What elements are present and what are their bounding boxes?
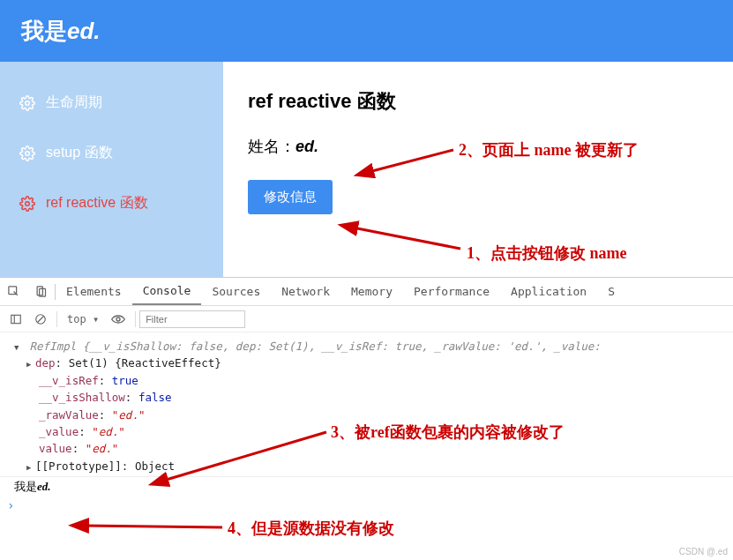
name-label: 姓名： — [248, 138, 295, 155]
device-icon[interactable] — [27, 285, 55, 298]
gear-icon — [19, 196, 35, 212]
live-expr-icon[interactable] — [105, 314, 131, 325]
gear-icon — [19, 95, 35, 111]
annotation-4: 4、但是源数据没有修改 — [228, 518, 394, 539]
tab-overflow[interactable]: S — [597, 278, 625, 305]
annotation-2: 2、页面上 name 被更新了 — [459, 139, 639, 161]
tab-performance[interactable]: Performance — [403, 278, 500, 305]
svg-line-13 — [38, 316, 44, 322]
annotation-3: 3、被ref函数包裹的内容被修改了 — [331, 422, 565, 443]
annotation-1: 1、点击按钮修改 name — [467, 243, 627, 264]
svg-point-1 — [26, 151, 30, 155]
clear-console-icon[interactable] — [28, 313, 53, 325]
svg-rect-10 — [11, 315, 21, 323]
console-toolbar: top ▾ — [0, 306, 733, 332]
header-title: 我是ed. — [21, 16, 101, 47]
tab-console[interactable]: Console — [132, 278, 202, 305]
header-suffix: ed. — [67, 18, 101, 44]
console-output: RefImpl {__v_isShallow: false, dep: Set(… — [0, 332, 733, 476]
devtools-tabbar: Elements Console Sources Network Memory … — [0, 278, 733, 306]
console-log-line: 我是ed. — [0, 476, 733, 497]
tab-memory[interactable]: Memory — [340, 278, 403, 305]
gear-icon — [19, 146, 35, 161]
sidebar-item-setup[interactable]: setup 函数 — [0, 128, 223, 178]
header-prefix: 我是 — [21, 18, 67, 44]
sidebar-item-label: 生命周期 — [46, 93, 102, 112]
console-line[interactable]: dep: Set(1) {ReactiveEffect} — [14, 355, 733, 371]
tab-sources[interactable]: Sources — [201, 278, 271, 305]
name-value: ed. — [295, 138, 318, 155]
svg-line-6 — [84, 526, 222, 527]
context-selector[interactable]: top ▾ — [61, 313, 105, 325]
inspect-icon[interactable] — [0, 285, 27, 298]
sidebar-item-lifecycle[interactable]: 生命周期 — [0, 78, 223, 128]
svg-point-0 — [26, 101, 30, 105]
watermark: CSDN @.ed — [679, 547, 728, 556]
sidebar-item-label: setup 函数 — [46, 144, 113, 162]
console-line: value: "ed." — [14, 440, 733, 457]
console-line: _rawValue: "ed." — [14, 407, 733, 423]
tab-application[interactable]: Application — [500, 278, 597, 305]
tab-network[interactable]: Network — [271, 278, 340, 305]
sidebar: 生命周期 setup 函数 ref reactive 函数 — [0, 62, 223, 277]
filter-input[interactable] — [139, 310, 245, 328]
sidebar-item-refreactive[interactable]: ref reactive 函数 — [0, 178, 223, 228]
console-prompt[interactable]: › — [0, 497, 733, 514]
devtools-panel: Elements Console Sources Network Memory … — [0, 277, 733, 514]
console-line: __v_isRef: true — [14, 372, 733, 389]
svg-point-14 — [116, 317, 120, 321]
modify-button[interactable]: 修改信息 — [248, 180, 333, 214]
svg-point-2 — [26, 201, 30, 205]
console-line[interactable]: [[Prototype]]: Object — [14, 458, 733, 474]
sidebar-toggle-icon[interactable] — [4, 313, 28, 325]
page-title: ref reactive 函数 — [248, 88, 708, 115]
console-line: __v_isShallow: false — [14, 389, 733, 406]
app-header: 我是ed. — [0, 0, 733, 62]
console-line[interactable]: RefImpl {__v_isShallow: false, dep: Set(… — [14, 338, 733, 355]
tab-elements[interactable]: Elements — [56, 278, 132, 305]
sidebar-item-label: ref reactive 函数 — [46, 194, 148, 213]
